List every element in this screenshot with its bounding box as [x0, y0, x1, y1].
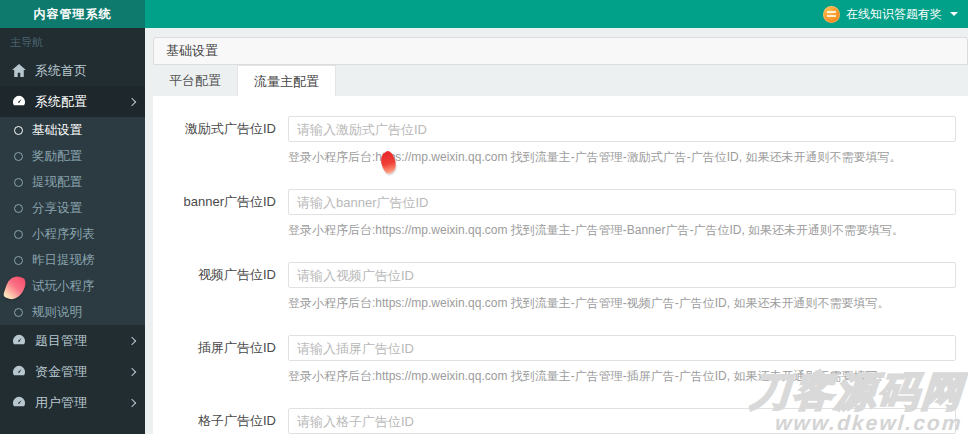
circle-icon	[14, 308, 23, 317]
sub-item-label: 昨日提现榜	[32, 252, 95, 269]
chevron-right-icon	[128, 398, 136, 406]
sidebar-item-label: 系统配置	[35, 93, 129, 111]
sidebar-item-label: 系统首页	[35, 62, 135, 80]
top-bar: 内容管理系统 在线知识答题有奖	[0, 0, 968, 28]
chevron-right-icon	[128, 367, 136, 375]
panel-title: 基础设置	[153, 37, 968, 65]
field-help-text: 登录小程序后台:https://mp.weixin.qq.com 找到流量主-广…	[288, 368, 956, 385]
sidebar-item-system-config[interactable]: 系统配置	[0, 86, 145, 117]
sidebar-item-yesterday-withdraw-rank[interactable]: 昨日提现榜	[0, 247, 145, 273]
field-label: 激励式广告位ID	[153, 116, 288, 142]
sidebar-item-user-management[interactable]: 用户管理	[0, 387, 145, 418]
tab-bar: 平台配置 流量主配置	[153, 65, 968, 96]
circle-icon	[14, 152, 23, 161]
field-help-text: 登录小程序后台:https://mp.weixin.qq.com 找到流量主-广…	[288, 222, 956, 239]
sidebar-item-miniprogram-list[interactable]: 小程序列表	[0, 221, 145, 247]
gauge-icon	[12, 396, 27, 410]
sidebar-item-label: 用户管理	[35, 394, 129, 412]
sidebar-item-fund-management[interactable]: 资金管理	[0, 356, 145, 387]
sidebar-item-label: 题目管理	[35, 332, 129, 350]
form-row-interstitial-ad: 插屏广告位ID 登录小程序后台:https://mp.weixin.qq.com…	[153, 335, 956, 385]
sidebar-item-rules[interactable]: 规则说明	[0, 299, 145, 325]
field-label: 插屏广告位ID	[153, 335, 288, 361]
sub-item-label: 试玩小程序	[32, 278, 95, 295]
sidebar-item-share-settings[interactable]: 分享设置	[0, 195, 145, 221]
grid-ad-id-input[interactable]	[288, 408, 956, 434]
field-help-text: 登录小程序后台:https://mp.weixin.qq.com 找到流量主-广…	[288, 295, 956, 312]
circle-icon	[14, 204, 23, 213]
tab-content: 激励式广告位ID 登录小程序后台:https://mp.weixin.qq.co…	[153, 96, 968, 434]
home-icon	[12, 64, 27, 78]
sidebar-item-basic-settings[interactable]: 基础设置	[0, 117, 145, 143]
sub-item-label: 小程序列表	[32, 226, 95, 243]
form-row-video-ad: 视频广告位ID 登录小程序后台:https://mp.weixin.qq.com…	[153, 262, 956, 312]
reward-ad-id-input[interactable]	[288, 116, 956, 142]
field-label: 视频广告位ID	[153, 262, 288, 288]
circle-icon	[14, 178, 23, 187]
top-navbar: 在线知识答题有奖	[145, 0, 968, 28]
quiz-badge-icon	[823, 6, 840, 23]
chevron-right-icon	[128, 336, 136, 344]
sidebar-item-trial-miniprogram[interactable]: 试玩小程序	[0, 273, 145, 299]
banner-ad-id-input[interactable]	[288, 189, 956, 215]
video-ad-id-input[interactable]	[288, 262, 956, 288]
sub-item-label: 基础设置	[32, 122, 82, 139]
sidebar-item-home[interactable]: 系统首页	[0, 55, 145, 86]
user-menu-label: 在线知识答题有奖	[846, 6, 942, 23]
user-menu[interactable]: 在线知识答题有奖	[823, 6, 958, 23]
gauge-icon	[12, 334, 27, 348]
tab-platform-config[interactable]: 平台配置	[153, 65, 237, 96]
circle-icon	[14, 256, 23, 265]
chevron-down-icon	[950, 12, 958, 16]
tab-traffic-master-config[interactable]: 流量主配置	[237, 65, 336, 96]
gauge-icon	[12, 95, 27, 109]
form-row-grid-ad: 格子广告位ID 登录小程序后台:https://mp.weixin.qq.com…	[153, 408, 956, 434]
app-title: 内容管理系统	[0, 0, 145, 28]
sidebar-item-label: 资金管理	[35, 363, 129, 381]
field-label: banner广告位ID	[153, 189, 288, 215]
sidebar-item-withdraw-config[interactable]: 提现配置	[0, 169, 145, 195]
form-row-banner-ad: banner广告位ID 登录小程序后台:https://mp.weixin.qq…	[153, 189, 956, 239]
sidebar: 主导航 系统首页 系统配置 基础设置 奖励配置 提现配置 分享设置	[0, 28, 145, 434]
sub-item-label: 提现配置	[32, 174, 82, 191]
sidebar-submenu: 基础设置 奖励配置 提现配置 分享设置 小程序列表 昨日提现榜 试玩小程序 规	[0, 117, 145, 325]
circle-icon	[14, 126, 23, 135]
sidebar-item-reward-config[interactable]: 奖励配置	[0, 143, 145, 169]
form-row-reward-ad: 激励式广告位ID 登录小程序后台:https://mp.weixin.qq.co…	[153, 116, 956, 166]
sub-item-label: 奖励配置	[32, 148, 82, 165]
interstitial-ad-id-input[interactable]	[288, 335, 956, 361]
circle-icon	[14, 282, 23, 291]
field-help-text: 登录小程序后台:https://mp.weixin.qq.com 找到流量主-广…	[288, 149, 956, 166]
sidebar-section-label: 主导航	[0, 28, 145, 55]
field-label: 格子广告位ID	[153, 408, 288, 434]
main-content: 基础设置 平台配置 流量主配置 激励式广告位ID 登录小程序后台:https:/…	[145, 28, 968, 434]
circle-icon	[14, 230, 23, 239]
gauge-icon	[12, 365, 27, 379]
sub-item-label: 分享设置	[32, 200, 82, 217]
sub-item-label: 规则说明	[32, 304, 82, 321]
sidebar-item-question-management[interactable]: 题目管理	[0, 325, 145, 356]
chevron-right-icon	[128, 97, 136, 105]
